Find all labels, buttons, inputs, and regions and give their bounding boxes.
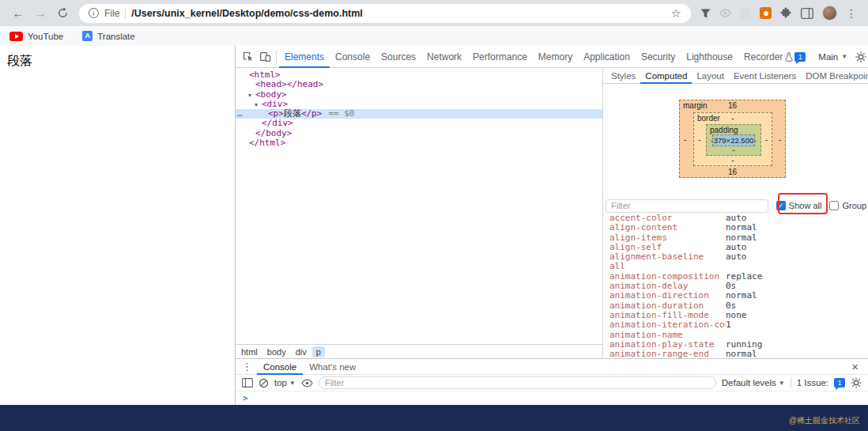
device-toolbar-icon[interactable]: [256, 48, 274, 66]
devtools-tab-console[interactable]: Console: [330, 46, 376, 68]
box-model-margin[interactable]: margin 16 16 - - border - - - - padding …: [679, 100, 786, 178]
computed-properties-list: accent-colorautoalign-contentnormalalign…: [603, 214, 868, 358]
margin-left-value: -: [684, 134, 686, 143]
address-bar[interactable]: i File /Users/unix_kernel/Desktop/demo/c…: [79, 4, 691, 23]
box-model-padding[interactable]: padding - - - 379×22.500: [706, 124, 761, 156]
computed-property-row[interactable]: all: [603, 262, 868, 271]
breadcrumb-body[interactable]: body: [263, 346, 290, 357]
box-model-border[interactable]: border - - - - padding - - - 379×22.500: [693, 112, 772, 166]
box-model-content[interactable]: 379×22.500: [712, 134, 755, 146]
computed-filter-input[interactable]: [606, 199, 768, 213]
watermark-text: @稀土掘金技术社区: [789, 415, 860, 426]
breadcrumb-div[interactable]: div: [292, 346, 311, 357]
devtools-tab-sources[interactable]: Sources: [376, 46, 421, 68]
reload-icon[interactable]: [52, 3, 73, 24]
bookmark-star-icon[interactable]: ☆: [671, 6, 681, 21]
console-settings-gear-icon[interactable]: [851, 377, 862, 388]
tab-computed[interactable]: Computed: [640, 68, 692, 84]
devtools-tab-performance[interactable]: Performance: [467, 46, 533, 68]
devtools-tab-recorder[interactable]: Recorder: [738, 46, 788, 68]
property-value: normal: [726, 350, 757, 358]
drawer-tab-console[interactable]: Console: [257, 359, 303, 375]
computed-property-row[interactable]: animation-iteration-count1: [603, 320, 868, 330]
gray-extension-icon[interactable]: [740, 8, 751, 19]
computed-property-row[interactable]: animation-fill-modenone: [603, 311, 868, 320]
bookmarks-bar: YouTube A Translate: [0, 26, 868, 46]
dom-tree-row[interactable]: <head></head>: [236, 80, 602, 89]
computed-property-row[interactable]: animation-directionnormal: [603, 291, 868, 301]
console-filter-input[interactable]: [319, 376, 716, 389]
side-panel-icon[interactable]: [801, 8, 813, 19]
dom-code-tag: </div>: [262, 118, 293, 128]
funnel-extension-icon[interactable]: [700, 9, 711, 18]
live-expression-eye-icon[interactable]: [301, 377, 313, 389]
dom-tree: <html><head></head>▾<body>▾<div>…<p>段落</…: [236, 68, 602, 344]
eye-extension-icon[interactable]: [719, 7, 731, 19]
console-sidebar-icon[interactable]: [242, 378, 253, 388]
devtools-settings-gear-icon[interactable]: [852, 48, 868, 66]
border-bottom-value: -: [694, 156, 772, 164]
context-dropdown[interactable]: top ▼: [274, 378, 296, 388]
back-icon[interactable]: ←: [8, 3, 28, 24]
browser-menu-icon[interactable]: ⋮: [846, 7, 857, 20]
group-label: Group: [842, 201, 866, 210]
checkbox-checked-icon[interactable]: ✓: [776, 201, 786, 210]
clear-console-icon[interactable]: [259, 378, 269, 388]
dom-code-text: 段落: [284, 108, 301, 119]
page-paragraph: 段落: [7, 53, 32, 70]
dom-code-tag: <body>: [255, 89, 287, 100]
profile-avatar[interactable]: [822, 6, 837, 21]
log-levels-dropdown[interactable]: Default levels ▼: [722, 378, 785, 388]
show-all-checkbox[interactable]: ✓ Show all: [776, 201, 822, 210]
tab-styles[interactable]: Styles: [606, 68, 640, 84]
context-selector-label: Main: [818, 52, 838, 62]
console-prompt-row[interactable]: >: [236, 391, 868, 405]
margin-top-value: 16: [680, 101, 785, 110]
dom-code-tag: </p>: [301, 108, 323, 119]
inspect-icon[interactable]: [239, 48, 256, 66]
tab-dom-breakpoints[interactable]: DOM Breakpoints: [801, 68, 868, 84]
computed-property-row[interactable]: animation-name: [603, 331, 868, 340]
drawer-close-icon[interactable]: ×: [847, 360, 863, 373]
computed-property-row[interactable]: align-contentnormal: [603, 223, 868, 233]
drawer-tab-whats-new[interactable]: What's new: [303, 359, 362, 375]
devtools-tab-network[interactable]: Network: [421, 46, 467, 68]
dom-code-tag: <p>: [268, 108, 284, 119]
checkbox-unchecked-icon[interactable]: [829, 201, 839, 210]
context-selector[interactable]: Main ▼: [818, 52, 847, 62]
computed-property-row[interactable]: animation-range-endnormal: [603, 350, 868, 358]
tab-layout[interactable]: Layout: [692, 68, 729, 84]
issues-counter-icon[interactable]: 1: [834, 378, 845, 388]
dom-tree-row[interactable]: </body>: [236, 129, 602, 138]
selected-node-hint: == $0: [328, 108, 354, 119]
url-path[interactable]: /Users/unix_kernel/Desktop/demo/css-demo…: [131, 8, 665, 19]
breadcrumb-p[interactable]: p: [312, 346, 325, 357]
devtools-tab-security[interactable]: Security: [636, 46, 681, 68]
issues-counter-icon[interactable]: 1: [794, 52, 806, 62]
bookmark-youtube[interactable]: YouTube: [9, 32, 63, 41]
context-dropdown-label: top: [274, 378, 287, 388]
dom-code-tag: <div>: [262, 99, 288, 109]
tab-event-listeners[interactable]: Event Listeners: [729, 68, 801, 84]
devtools-tab-elements[interactable]: Elements: [279, 46, 330, 68]
orange-extension-icon[interactable]: [760, 7, 772, 19]
bookmark-translate[interactable]: A Translate: [82, 31, 135, 41]
devtools-tab-application[interactable]: Application: [578, 46, 636, 68]
forward-icon[interactable]: →: [30, 3, 51, 24]
youtube-icon: [9, 32, 23, 41]
devtools-tab-lighthouse[interactable]: Lighthouse: [681, 46, 738, 68]
dom-tree-row[interactable]: </html>: [236, 138, 602, 148]
site-info-icon[interactable]: i: [89, 8, 99, 18]
breadcrumb-html[interactable]: html: [237, 346, 262, 357]
computed-filter-row: ✓ Show all Group: [603, 196, 868, 215]
extensions-puzzle-icon[interactable]: [780, 7, 792, 19]
property-name: animation-direction: [609, 291, 726, 301]
devtools-tab-memory[interactable]: Memory: [533, 46, 578, 68]
translate-icon: A: [82, 31, 92, 41]
computed-property-row[interactable]: alignment-baselineauto: [603, 252, 868, 262]
group-checkbox[interactable]: Group: [829, 201, 866, 210]
dom-tree-row[interactable]: ▾<body>: [236, 90, 602, 100]
flask-icon: [785, 52, 793, 62]
margin-right-value: -: [779, 134, 781, 143]
drawer-menu-icon[interactable]: ⋮: [242, 361, 252, 372]
